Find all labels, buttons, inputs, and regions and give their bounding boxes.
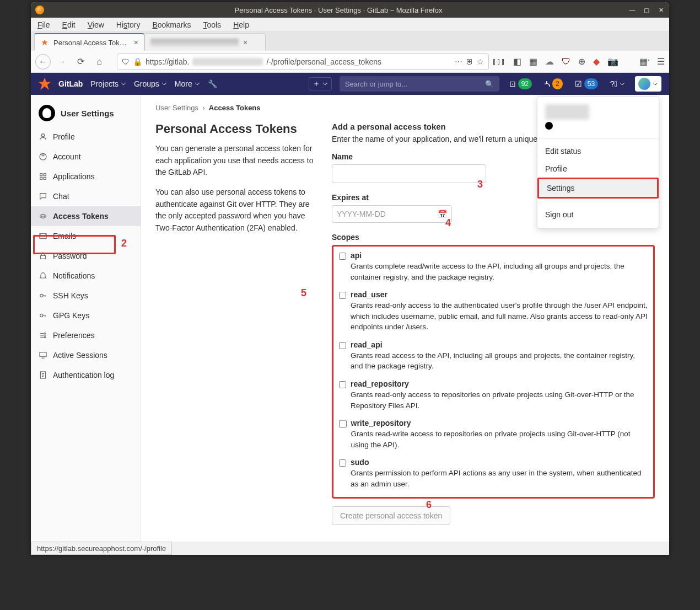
todos-link[interactable]: ☑53 [573, 77, 600, 90]
expires-date-input[interactable]: YYYY-MM-DD 📅 [332, 205, 452, 223]
chevron-down-icon [653, 81, 658, 87]
search-icon: 🔍 [485, 80, 494, 88]
lock-icon: 🔒 [133, 57, 142, 66]
sidebar-item-authentication-log[interactable]: Authentication log [31, 365, 141, 385]
sidebar-item-access-tokens[interactable]: Access Tokens [31, 206, 141, 226]
menu-tools[interactable]: Tools [203, 20, 221, 29]
nav-back-button[interactable]: ← [35, 54, 51, 69]
svg-rect-6 [44, 177, 46, 179]
search-input[interactable] [345, 80, 485, 88]
global-search[interactable]: 🔍 [340, 76, 499, 92]
user-menu-settings[interactable]: Settings [537, 178, 659, 199]
nav-more[interactable]: More [175, 79, 200, 88]
hamburger-menu-icon[interactable]: ☰ [657, 56, 665, 67]
issues-link[interactable]: ⊡92 [507, 77, 534, 90]
scope-read-user-checkbox[interactable] [339, 291, 346, 299]
page-title: Personal Access Tokens [155, 122, 315, 136]
svg-point-2 [40, 153, 46, 160]
menu-file[interactable]: File [37, 20, 50, 29]
new-dropdown[interactable]: ＋ [309, 77, 332, 90]
sidebar-item-notifications[interactable]: Notifications [31, 266, 141, 286]
gitlab-brand[interactable]: GitLab [58, 79, 83, 88]
svg-point-13 [40, 314, 43, 317]
tux-avatar-icon [39, 105, 55, 121]
menu-view[interactable]: View [88, 20, 104, 29]
ext-icon-1[interactable]: ▦ [529, 56, 537, 67]
menu-edit[interactable]: Edit [62, 20, 76, 29]
menu-help[interactable]: Help [233, 20, 249, 29]
sidebar-item-gpg-keys[interactable]: GPG Keys [31, 306, 141, 325]
window-close-button[interactable]: ✕ [657, 6, 665, 14]
tab-close-icon[interactable]: × [243, 38, 247, 47]
issues-icon: ⊡ [509, 79, 516, 88]
reader-icon[interactable]: ⛨ [466, 57, 473, 66]
tux-icon-small [545, 122, 553, 130]
tab-close-icon[interactable]: × [134, 38, 138, 47]
nav-projects[interactable]: Projects [90, 79, 126, 88]
window-minimize-button[interactable]: — [628, 6, 636, 14]
user-avatar-icon [638, 78, 650, 90]
svg-point-1 [42, 154, 44, 156]
scope-read-api-checkbox[interactable] [339, 341, 346, 350]
browser-toolbar: ← → ⟳ ⌂ 🛡 🔒 https://gitlab./-/profile/pe… [31, 51, 669, 73]
browser-tab-active[interactable]: Personal Access Tokens × [34, 33, 144, 51]
ext-icon-3[interactable]: ⊕ [578, 56, 585, 67]
plus-icon: ＋ [313, 79, 320, 89]
svg-rect-16 [40, 352, 46, 357]
scope-write-repository: write_repositoryGrants read-write access… [339, 419, 648, 450]
sidebar-item-account[interactable]: Account [31, 147, 141, 167]
sidebar-item-profile[interactable]: Profile [31, 127, 141, 147]
url-suffix: /-/profile/personal_access_tokens [266, 57, 381, 66]
user-menu-profile[interactable]: Profile [537, 160, 659, 178]
window-title: Personal Access Tokens · User Settings ·… [49, 6, 628, 14]
ext-icon-5[interactable]: 📷 [607, 56, 618, 67]
nav-reload-button[interactable]: ⟳ [73, 54, 88, 69]
nav-groups[interactable]: Groups [134, 79, 167, 88]
help-link[interactable]: ?⃝ [608, 77, 627, 90]
sidebar-item-chat[interactable]: Chat [31, 186, 141, 206]
ext-icon-4[interactable]: ◆ [593, 56, 600, 67]
library-icon[interactable]: ⫿⫿⫿ [492, 57, 505, 67]
sidebar-item-preferences[interactable]: Preferences [31, 325, 141, 345]
scope-api-checkbox[interactable] [339, 252, 346, 260]
sidebar-item-applications[interactable]: Applications [31, 167, 141, 186]
sidebar-item-ssh-keys[interactable]: SSH Keys [31, 286, 141, 306]
annotation-6: 6 [426, 499, 432, 511]
annotation-4: 4 [445, 217, 451, 229]
bookmark-star-icon[interactable]: ☆ [477, 57, 484, 66]
create-token-button[interactable]: Create personal access token [332, 506, 450, 525]
mr-count-badge: 2 [552, 78, 563, 89]
menu-history[interactable]: History [116, 20, 141, 29]
ext-icon-2[interactable]: ☁ [545, 56, 554, 67]
sidebar-icon[interactable]: ◧ [513, 56, 521, 67]
active-tokens-header: Active personal access tokens (4) [332, 541, 655, 542]
sidebar-item-active-sessions[interactable]: Active Sessions [31, 345, 141, 365]
merge-requests-link[interactable]: ᔀ2 [542, 77, 565, 90]
ublock-icon[interactable]: 🛡 [562, 57, 570, 67]
scope-read-repository-checkbox[interactable] [339, 381, 346, 389]
svg-point-0 [41, 134, 44, 137]
wrench-icon[interactable]: 🔧 [208, 79, 217, 88]
gitlab-logo-icon[interactable] [39, 78, 51, 90]
overflow-icon[interactable]: ▦• [639, 56, 649, 67]
menu-bookmarks[interactable]: Bookmarks [152, 20, 191, 29]
token-name-input[interactable] [332, 164, 486, 183]
url-prefix: https://gitlab. [146, 57, 189, 66]
user-menu-edit-status[interactable]: Edit status [537, 142, 659, 160]
svg-point-7 [40, 215, 46, 218]
annotation-5: 5 [301, 287, 306, 299]
svg-point-14 [44, 333, 46, 334]
page-actions-icon[interactable]: ⋯ [455, 57, 462, 66]
nav-home-button[interactable]: ⌂ [91, 54, 107, 69]
scope-sudo-checkbox[interactable] [339, 459, 346, 467]
user-menu-sign-out[interactable]: Sign out [537, 206, 659, 223]
scope-write-repository-checkbox[interactable] [339, 420, 347, 428]
browser-tab-inactive[interactable]: × [144, 33, 266, 51]
browser-menubar: File Edit View History Bookmarks Tools H… [31, 18, 669, 32]
url-bar[interactable]: 🛡 🔒 https://gitlab./-/profile/personal_a… [117, 53, 489, 70]
window-maximize-button[interactable]: ▢ [643, 6, 650, 14]
user-menu-toggle[interactable] [635, 76, 661, 92]
page-desc-2: You can also use personal access tokens … [155, 186, 315, 234]
breadcrumb-root[interactable]: User Settings [155, 104, 198, 112]
svg-rect-5 [40, 177, 42, 179]
